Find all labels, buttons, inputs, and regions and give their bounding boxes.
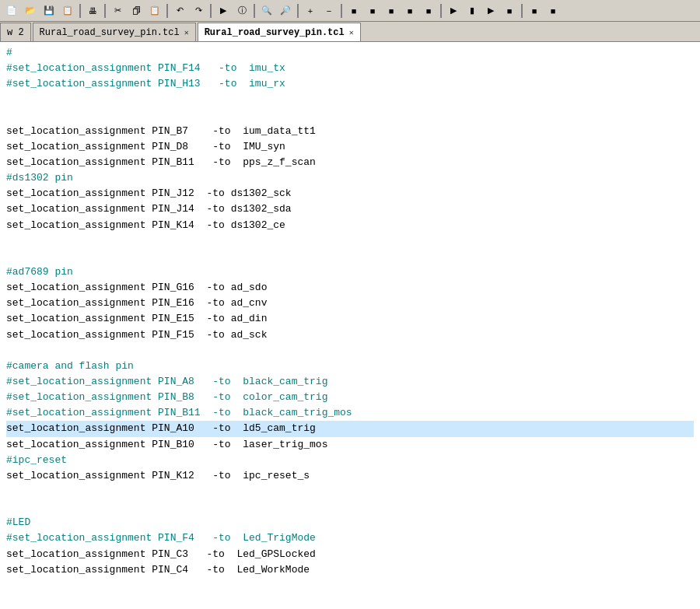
new-button[interactable]: 📄: [3, 2, 20, 19]
separator-5: [254, 4, 255, 18]
code-line-3: [6, 92, 694, 107]
zoom-out-button[interactable]: −: [320, 2, 338, 19]
b2[interactable]: ■: [364, 2, 381, 19]
code-line-23: #set_location_assignment PIN_B11 -to bla…: [6, 405, 694, 421]
code-line-26: #ipc_reset: [6, 453, 694, 468]
b3[interactable]: ■: [383, 2, 400, 19]
code-line-13: [6, 249, 694, 264]
separator-7: [341, 4, 342, 18]
separator-9: [521, 4, 523, 18]
code-line-9: set_location_assignment PIN_J12 -to ds13…: [6, 186, 694, 201]
code-line-7: set_location_assignment PIN_B11 -to pps_…: [6, 155, 694, 170]
tab-file1-close[interactable]: ✕: [184, 28, 189, 37]
separator-8: [440, 4, 442, 18]
save-all-button[interactable]: 📋: [59, 2, 76, 19]
separator-4: [210, 4, 212, 18]
b5[interactable]: ■: [420, 2, 437, 19]
code-line-25: set_location_assignment PIN_B10 -to lase…: [6, 437, 694, 453]
search-button[interactable]: 🔍: [258, 2, 275, 19]
tab-file1[interactable]: Rural_road_survey_pin.tcl ✕: [33, 23, 196, 41]
code-line-15: set_location_assignment PIN_G16 -to ad_s…: [6, 280, 694, 296]
b4[interactable]: ■: [401, 2, 418, 19]
tab-file2-label: Rural_road_survey_pin.tcl: [205, 27, 345, 38]
tab-w2-label: w 2: [7, 27, 24, 38]
code-line-18: set_location_assignment PIN_F15 -to ad_s…: [6, 327, 694, 343]
code-line-31: #set_location_assignment PIN_F4 -to Led_…: [6, 530, 694, 546]
code-line-17: set_location_assignment PIN_E15 -to ad_d…: [6, 311, 694, 327]
b11[interactable]: ■: [544, 2, 562, 19]
code-line-21: #set_location_assignment PIN_A8 -to blac…: [6, 374, 694, 390]
info-button[interactable]: ⓘ: [233, 2, 250, 19]
zoom-in-button[interactable]: +: [302, 2, 319, 19]
code-line-30: #LED: [6, 515, 694, 530]
separator-3: [166, 4, 168, 18]
code-line-27: set_location_assignment PIN_K12 -to ipc_…: [6, 468, 694, 484]
separator-2: [104, 4, 106, 18]
code-line-11: set_location_assignment PIN_K14 -to ds13…: [6, 218, 694, 233]
b1[interactable]: ■: [345, 2, 362, 19]
redo-button[interactable]: ↷: [190, 2, 207, 19]
open-button[interactable]: 📂: [22, 2, 39, 19]
editor[interactable]: ##set_location_assignment PIN_F14 -to im…: [0, 42, 700, 609]
tab-file1-label: Rural_road_survey_pin.tcl: [40, 27, 180, 38]
code-line-14: #ad7689 pin: [6, 264, 694, 280]
tab-file2-close[interactable]: ✕: [349, 28, 354, 37]
undo-button[interactable]: ↶: [171, 2, 188, 19]
tabs-bar: w 2 Rural_road_survey_pin.tcl ✕ Rural_ro…: [0, 22, 700, 42]
search2-button[interactable]: 🔎: [277, 2, 294, 19]
separator-1: [79, 4, 81, 18]
code-line-22: #set_location_assignment PIN_B8 -to colo…: [6, 390, 694, 405]
cut-button[interactable]: ✂: [109, 2, 126, 19]
code-line-33: set_location_assignment PIN_C4 -to Led_W…: [6, 562, 694, 578]
save-button[interactable]: 💾: [40, 2, 58, 19]
code-line-19: [6, 343, 694, 359]
code-line-2: #set_location_assignment PIN_H13 -to imu…: [6, 76, 694, 92]
code-line-1: #set_location_assignment PIN_F14 -to imu…: [6, 61, 694, 76]
code-line-5: set_location_assignment PIN_B7 -to ium_d…: [6, 124, 694, 139]
code-line-24: set_location_assignment PIN_A10 -to ld5_…: [6, 421, 694, 436]
code-line-29: [6, 499, 694, 515]
compile-button[interactable]: ▶: [215, 2, 232, 19]
code-line-28: [6, 484, 694, 499]
b7[interactable]: ▮: [464, 2, 481, 19]
tab-file2[interactable]: Rural_road_survey_pin.tcl ✕: [198, 23, 361, 41]
print-button[interactable]: 🖶: [84, 2, 101, 19]
toolbar: 📄 📂 💾 📋 🖶 ✂ 🗍 📋 ↶ ↷ ▶ ⓘ 🔍 🔎 + − ■ ■ ■ ■ …: [0, 0, 700, 22]
code-line-0: #: [6, 45, 694, 61]
b8[interactable]: ▶: [482, 2, 499, 19]
b6[interactable]: ▶: [445, 2, 462, 19]
b10[interactable]: ■: [526, 2, 543, 19]
paste-button[interactable]: 📋: [146, 2, 163, 19]
b9[interactable]: ■: [501, 2, 518, 19]
code-line-6: set_location_assignment PIN_D8 -to IMU_s…: [6, 139, 694, 155]
tab-w2[interactable]: w 2: [0, 23, 31, 41]
code-line-8: #ds1302 pin: [6, 170, 694, 186]
code-line-10: set_location_assignment PIN_J14 -to ds13…: [6, 201, 694, 217]
code-line-32: set_location_assignment PIN_C3 -to Led_G…: [6, 547, 694, 562]
separator-6: [297, 4, 299, 18]
code-line-16: set_location_assignment PIN_E16 -to ad_c…: [6, 296, 694, 311]
code-line-4: [6, 108, 694, 124]
code-line-12: [6, 233, 694, 249]
code-line-20: #camera and flash pin: [6, 359, 694, 374]
copy-button[interactable]: 🗍: [128, 2, 145, 19]
